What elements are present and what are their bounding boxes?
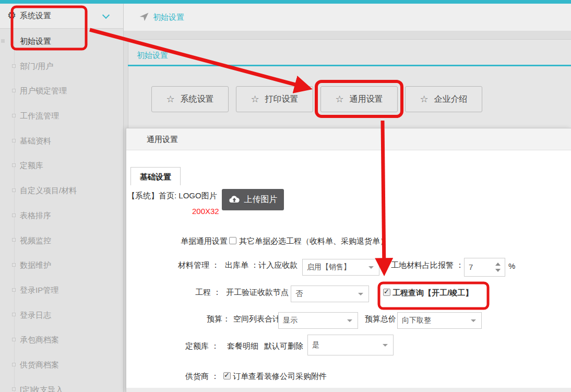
sidebar-item-login-ip[interactable]: 登录IP管理	[0, 278, 123, 303]
sidebar-item-login-log[interactable]: 登录日志	[0, 303, 123, 328]
sidebar-header-label: 系统设置	[20, 11, 51, 21]
docs-settings-label: 单据通用设置	[181, 236, 228, 246]
tree-bullet-icon	[12, 338, 16, 341]
sidebar-item-user-lock[interactable]: 用户锁定管理	[0, 78, 123, 103]
star-icon: ☆	[335, 94, 343, 104]
general-settings-button[interactable]: ☆ 通用设置	[320, 86, 398, 112]
sidebar-item-label: 表格排序	[20, 211, 51, 220]
tree-bullet-icon	[12, 288, 16, 292]
sidebar-item-custom-project-material[interactable]: 自定义项目/材料	[0, 178, 123, 203]
docs-required-checkbox[interactable]	[229, 237, 236, 244]
project-label: 工程 ：	[195, 288, 221, 298]
tree-bullet-icon	[12, 114, 16, 117]
upload-image-button[interactable]: 上传图片	[222, 189, 284, 210]
quota-label: 定额库 ：	[185, 341, 219, 351]
supplier-label: 供货商 ：	[185, 372, 219, 382]
supplier-attachment-checkbox[interactable]: ✓	[223, 372, 231, 379]
select-value: 否	[295, 289, 303, 299]
tree-bullet-icon	[12, 188, 16, 192]
chevron-down-icon	[368, 266, 374, 269]
sidebar-item-data-maintenance[interactable]: 数据维护	[0, 253, 123, 278]
sidebar-item-contractor-archive[interactable]: 承包商档案	[0, 327, 123, 352]
sidebar-item-table-sort[interactable]: 表格排序	[0, 203, 123, 228]
sidebar-item-label: 登录日志	[20, 311, 51, 319]
tab-underline	[128, 65, 571, 66]
tree-bullet-icon	[12, 163, 16, 167]
space-list-total-select[interactable]: 显示	[278, 312, 358, 329]
receivable-select[interactable]: 启用【销售】	[302, 259, 379, 276]
spinner-down-icon[interactable]	[495, 269, 501, 272]
tree-bullet-icon	[12, 139, 16, 142]
sidebar-item-label: [定]收支导入	[20, 385, 63, 392]
system-settings-button[interactable]: ☆ 系统设置	[151, 86, 229, 112]
site-material-warn-label: 工地材料占比报警 ：	[391, 260, 463, 270]
star-icon: ☆	[166, 94, 174, 104]
sidebar-item-label: 视频监控	[20, 236, 51, 245]
panel-bottom-strip	[126, 388, 571, 392]
start-verify-label: 开工验证收款节点	[226, 288, 289, 298]
sidebar-header-system-settings[interactable]: ⚙ 系统设置	[0, 4, 123, 29]
sidebar-item-label: 登录IP管理	[20, 286, 58, 294]
select-value: 向下取整	[402, 316, 431, 325]
start-verify-select[interactable]: 否	[291, 286, 369, 302]
sidebar-menu: 初始设置 部门/用户 用户锁定管理 工作流管理 基础资料 定额库 自定义项目/材…	[0, 29, 123, 392]
top-accent-bar	[0, 0, 571, 4]
sidebar-item-supplier-archive[interactable]: 供货商档案	[0, 352, 123, 377]
sidebar-item-label: 供货商档案	[20, 360, 59, 369]
sidebar-item-label: 用户锁定管理	[20, 86, 67, 95]
breadcrumb-bar: 初始设置	[124, 4, 571, 31]
select-value: 启用【销售】	[307, 263, 351, 272]
default-deletable-label: 默认可删除	[264, 341, 303, 351]
chevron-down-icon	[383, 344, 388, 347]
budget-total-label: 预算总价	[365, 314, 396, 324]
budget-total-select[interactable]: 向下取整	[397, 312, 482, 329]
company-intro-button[interactable]: ☆ 企业介绍	[405, 86, 482, 112]
supplier-attachment-label: 订单查看装修公司采购附件	[233, 372, 327, 382]
button-label: 打印设置	[265, 94, 299, 105]
checkmark-icon: ✓	[224, 371, 230, 379]
tree-bullet-icon	[12, 387, 16, 391]
sidebar-item-workflow[interactable]: 工作流管理	[0, 103, 123, 128]
sidebar-item-basic-data[interactable]: 基础资料	[0, 128, 123, 153]
chevron-down-icon	[102, 11, 110, 19]
tab-initial-settings[interactable]: 初始设置	[137, 51, 168, 61]
sidebar-item-label: 数据维护	[20, 260, 51, 269]
spinner-up-icon[interactable]	[495, 263, 501, 266]
print-settings-button[interactable]: ☆ 打印设置	[236, 86, 313, 112]
logo-size-hint: 200X32	[192, 207, 219, 216]
chevron-down-icon	[347, 319, 352, 322]
outbound-receivable-label: 出库单 ：计入应收款	[225, 260, 298, 270]
deletable-select[interactable]: 是	[307, 335, 394, 355]
checkmark-icon: ✓	[384, 288, 389, 295]
package-detail-label: 套餐明细	[227, 341, 258, 351]
chevron-down-icon	[358, 293, 363, 295]
tab-basic-settings[interactable]: 基础设置	[130, 167, 181, 185]
tree-bullet-icon	[12, 263, 16, 267]
tree-bullet-icon	[12, 213, 16, 217]
general-settings-panel: 通用设置 基础设置 【系统】首页: LOGO图片 上传图片 200X32 单据通…	[126, 128, 571, 392]
button-label: 企业介绍	[434, 94, 468, 105]
project-query-checkbox[interactable]: ✓	[383, 289, 390, 296]
button-label: 通用设置	[350, 94, 383, 105]
sidebar-item-departments-users[interactable]: 部门/用户	[0, 54, 123, 79]
warn-percentage-input[interactable]: 7	[464, 258, 505, 277]
sidebar-item-income-import[interactable]: [定]收支导入	[0, 377, 123, 392]
cloud-upload-icon	[229, 195, 240, 204]
sidebar-item-label: 承包商档案	[20, 335, 59, 344]
sidebar-item-label: 定额库	[20, 161, 43, 170]
sidebar-item-label: 工作流管理	[20, 111, 59, 120]
active-item-marker	[1, 39, 5, 43]
sidebar-item-video-monitor[interactable]: 视频监控	[0, 228, 123, 253]
sidebar-item-initial-settings[interactable]: 初始设置	[0, 29, 123, 54]
budget-label: 预算：	[207, 314, 230, 324]
material-mgmt-label: 材料管理 ：	[178, 260, 219, 270]
tree-bullet-icon	[12, 89, 16, 92]
sidebar-item-label: 初始设置	[20, 37, 51, 45]
button-label: 系统设置	[181, 94, 214, 105]
sidebar-item-quota-library[interactable]: 定额库	[0, 153, 123, 178]
percent-unit: %	[508, 262, 515, 270]
sidebar-item-label: 部门/用户	[20, 62, 53, 70]
navigation-icon	[139, 11, 149, 24]
panel-title: 通用设置	[126, 128, 571, 150]
docs-checkbox-label: 其它单据必选工程（收料单、采购退货单）	[239, 236, 388, 246]
